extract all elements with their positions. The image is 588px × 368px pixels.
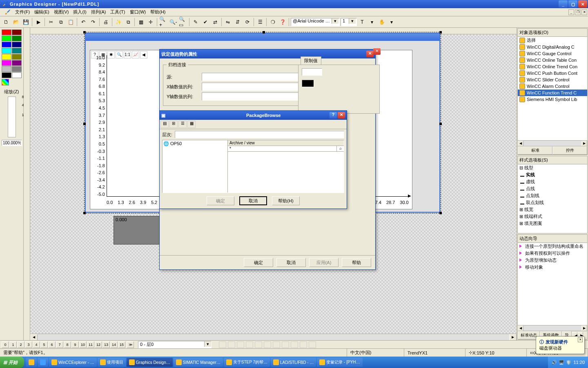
object-palette-item[interactable]: WinCC Online Trend Con	[518, 63, 587, 70]
color-swatch[interactable]	[2, 60, 11, 66]
limit-tab[interactable]: 限制值	[301, 56, 321, 65]
layer-button[interactable]: 9	[71, 341, 79, 348]
pkg-ok-button[interactable]: 确定	[207, 196, 234, 205]
limit-dialog-close-button[interactable]: ✕	[373, 48, 381, 55]
menu-arrange[interactable]: 排列(A)	[89, 8, 108, 16]
layer-button[interactable]: 2	[17, 341, 24, 348]
color-swatch[interactable]	[12, 72, 22, 78]
save-icon[interactable]: 💾	[21, 18, 30, 27]
align-left-icon[interactable]	[219, 341, 226, 348]
layer-button[interactable]: 3	[25, 341, 32, 348]
taskbar-item[interactable]: 关于STEP 7的帮…	[224, 358, 270, 367]
layer-more-button[interactable]: ≫	[127, 341, 134, 348]
style-group-linetype[interactable]: ⊟ 线型	[518, 164, 587, 171]
package-browse-close-button[interactable]: ✕	[338, 112, 345, 119]
undo-icon[interactable]: ↶	[79, 18, 88, 27]
redo-icon[interactable]: ↷	[89, 18, 98, 27]
zoom-out-icon[interactable]: 🔍-	[169, 18, 178, 27]
pkg-view1-icon[interactable]: ▤	[160, 121, 169, 128]
zoom-area-icon[interactable]: 🔍▭	[178, 18, 187, 27]
help-icon[interactable]: ❓	[278, 18, 287, 27]
distribute-h-icon[interactable]	[273, 341, 280, 348]
color-swatch[interactable]	[2, 72, 11, 78]
pkg-view2-icon[interactable]: ⊞	[169, 121, 178, 128]
package-browse-titlebar[interactable]: ▣PackageBrowse ? ✕	[160, 111, 347, 120]
color-swatch[interactable]	[12, 54, 22, 60]
distribute-v-icon[interactable]	[282, 341, 289, 348]
props-apply-button[interactable]: 应用(A)	[309, 258, 339, 267]
zoom-in-icon[interactable]: 🔍+	[159, 18, 168, 27]
menu-insert[interactable]: 插入(I)	[71, 8, 88, 16]
layer-button[interactable]: 6	[48, 341, 56, 348]
custom-color-button[interactable]	[2, 79, 9, 85]
object-palette-item[interactable]: WinCC Push Button Cont	[518, 70, 587, 76]
dyn-panel-scrollbar[interactable]: ◀▶	[518, 325, 587, 331]
style-item-dashdot[interactable]: 点划线	[518, 192, 587, 199]
same-width-icon[interactable]	[291, 341, 298, 348]
highlight-icon[interactable]: ✨	[114, 18, 123, 27]
taskbar-item[interactable]: SIMATIC Manager…	[174, 358, 223, 367]
style-item-dot[interactable]: 点线	[518, 185, 587, 192]
color-swatch[interactable]	[2, 42, 11, 47]
tab-controls[interactable]: 控件	[552, 146, 587, 155]
object-palette-item[interactable]: WinCC Online Table Con	[518, 57, 587, 63]
dyn-item[interactable]: 移动对象	[518, 264, 587, 271]
tray-icon[interactable]: 🖥️	[559, 360, 564, 365]
tray-icon[interactable]: 🔊	[551, 360, 557, 365]
style-item-solid[interactable]: 实线	[518, 171, 587, 178]
object-palette-item[interactable]: WinCC Digital/Analog C	[518, 44, 587, 50]
style-item-dash[interactable]: 虚线	[518, 178, 587, 185]
object-palette-item[interactable]: WinCC Alarm Control	[518, 83, 587, 90]
object-panel-scrollbar[interactable]: ◀▶	[518, 140, 587, 146]
quicklaunch-icon[interactable]	[38, 358, 48, 367]
menu-help[interactable]: 帮助(H)	[149, 8, 167, 16]
layer-button[interactable]: 15	[118, 341, 125, 348]
object-palette-item[interactable]: 选择	[518, 37, 587, 44]
quicklaunch-icon[interactable]	[26, 358, 37, 367]
layer-button[interactable]: 5	[40, 341, 48, 348]
props-help-button[interactable]: 帮助	[342, 258, 371, 267]
object-palette-item[interactable]: WinCC Function Trend C	[518, 90, 587, 96]
layer-button[interactable]: 10	[79, 341, 87, 348]
taskbar-item[interactable]: Graphics Design…	[127, 358, 173, 367]
balloon-close-button[interactable]: ✕	[578, 337, 583, 342]
tab-standard[interactable]: 标准	[518, 146, 552, 155]
dropdown2-icon[interactable]: ▾	[387, 18, 396, 27]
tag-icon[interactable]: ❍	[268, 18, 277, 27]
layer-button[interactable]: 13	[102, 341, 110, 348]
layer-button[interactable]: 14	[110, 341, 118, 348]
pkg-list-body[interactable]	[228, 152, 344, 193]
text-icon[interactable]: T	[358, 18, 367, 27]
pkg-help-button[interactable]: 帮助(H)	[272, 196, 300, 205]
menu-edit[interactable]: 编辑(E)	[33, 8, 51, 16]
dyn-item[interactable]: 连接一个原型到结构或重命名	[518, 243, 587, 250]
pkg-cancel-button[interactable]: 取消	[239, 196, 267, 205]
color-swatch[interactable]	[12, 29, 22, 35]
taskbar-item[interactable]: WinCCExplorer - …	[49, 358, 97, 367]
layer-button[interactable]: 0	[2, 341, 9, 348]
color-swatch[interactable]	[2, 36, 11, 41]
dropdown1-icon[interactable]: ▾	[368, 18, 376, 27]
window-maximize-button[interactable]: ▢	[568, 0, 577, 8]
pkg-list-header[interactable]: Archive / view	[228, 140, 344, 146]
props-icon[interactable]: ☰	[256, 18, 265, 27]
same-size-icon[interactable]	[309, 341, 316, 348]
menu-window[interactable]: 窗口(W)	[128, 8, 148, 16]
layer-button[interactable]: 12	[95, 341, 102, 348]
color-swatch[interactable]	[12, 60, 22, 66]
cut-icon[interactable]: ✂	[47, 18, 56, 27]
run-icon[interactable]: ▶	[34, 18, 43, 27]
canvas-horizontal-scrollbar[interactable]	[30, 334, 517, 340]
pkg-tree-item[interactable]: 🌐 OP50	[163, 141, 227, 146]
pkg-view4-icon[interactable]: ▦	[187, 121, 196, 128]
color-swatch[interactable]	[12, 48, 22, 54]
align-right-icon[interactable]	[237, 341, 244, 348]
style-item-dashdotdot[interactable]: 双点划线	[518, 199, 587, 206]
align-center-icon[interactable]	[228, 341, 235, 348]
check-icon[interactable]: ✔	[201, 18, 210, 27]
package-browse-help-button[interactable]: ?	[330, 112, 337, 119]
pkg-view3-icon[interactable]: ☰	[178, 121, 187, 128]
props-ok-button[interactable]: 确定	[244, 258, 273, 267]
tray-icon[interactable]: 🛡️	[566, 360, 572, 365]
duplicate-icon[interactable]: ⧉	[124, 18, 133, 27]
